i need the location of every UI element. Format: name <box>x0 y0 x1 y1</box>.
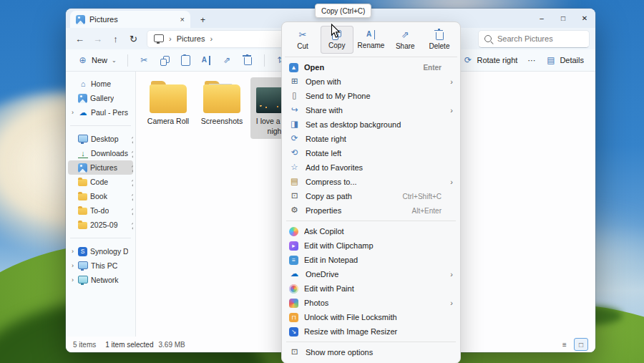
new-tab-button[interactable]: + <box>200 16 205 24</box>
properties-icon: ⚙ <box>289 205 300 216</box>
context-menu-item[interactable]: ▸ Edit with Clipchamp › <box>285 238 457 253</box>
context-menu-item[interactable]: ↘ Resize with Image Resizer › <box>285 324 457 339</box>
quick-action[interactable]: ⇗ Share <box>389 26 421 54</box>
sidebar-item[interactable]: › Code <box>68 175 133 189</box>
thumbnail-view-button[interactable]: □ <box>574 338 588 351</box>
context-menu-item[interactable]: ▯ Send to My Phone › <box>285 89 457 103</box>
menu-item-label: Rotate left <box>306 149 436 158</box>
sidebar-item[interactable]: › ↓ Downloads <box>68 146 133 160</box>
items-count: 5 items <box>73 341 96 349</box>
menu-item-label: Rotate right <box>306 135 436 143</box>
synology-drive-icon: S <box>78 247 87 256</box>
context-menu-item[interactable]: ☁ OneDrive › <box>285 267 457 281</box>
sidebar-item[interactable]: › Desktop <box>68 132 133 146</box>
menu-item-shortcut: Alt+Enter <box>412 207 441 215</box>
share-icon: ⇗ <box>401 29 409 40</box>
quick-actions-row: ✂ Cut Copy Rename ⇗ Share <box>285 25 457 57</box>
chevron-expand-icon[interactable]: › <box>70 276 75 284</box>
chevron-down-icon: ⌄ <box>112 57 117 64</box>
copy-button[interactable] <box>155 52 175 69</box>
window-controls: – □ ✕ <box>531 9 595 27</box>
share-button[interactable]: ⇗ <box>218 52 237 69</box>
quick-action-label: Cut <box>297 42 308 50</box>
context-menu-item[interactable]: ⟳ Rotate right › <box>285 132 457 146</box>
sidebar-item[interactable]: › ☁ Paul - Personal <box>68 105 133 120</box>
sidebar-item[interactable]: › Pictures <box>68 160 133 175</box>
close-button[interactable]: ✕ <box>574 9 595 27</box>
breadcrumb-pictures[interactable]: Pictures <box>177 34 205 43</box>
context-menu-item[interactable]: ⚙ Properties Alt+Enter › <box>285 203 457 218</box>
context-menu-item[interactable]: Edit with Paint › <box>285 281 457 296</box>
context-menu-items: ▲ Open Enter › ⊞ Open with › ▯ Send to M… <box>285 59 457 359</box>
sidebar-item[interactable]: › This PC <box>68 258 133 273</box>
paste-button[interactable] <box>176 52 195 69</box>
rotate-right-label: Rotate right <box>477 56 518 64</box>
sidebar-item[interactable]: › ⌂ Home <box>68 77 133 91</box>
cut-button[interactable]: ✂ <box>135 52 154 69</box>
sidebar-item-label: Gallery <box>90 94 114 102</box>
maximize-button[interactable]: □ <box>552 9 574 27</box>
rotate-right-button[interactable]: ⟳ Rotate right <box>459 52 522 69</box>
sidebar-item[interactable]: › S Synology Drive - th <box>68 244 133 258</box>
sidebar-item-label: Paul - Personal <box>91 108 128 117</box>
refresh-button[interactable]: ↻ <box>125 31 142 47</box>
folder-icon <box>78 179 87 186</box>
context-menu-item[interactable]: ↪ Share with › <box>285 103 457 117</box>
sidebar-item[interactable]: › Gallery <box>68 91 133 105</box>
sidebar-item-label: Desktop <box>91 135 119 143</box>
chevron-expand-icon[interactable]: › <box>70 262 75 269</box>
context-menu-item[interactable]: Photos › <box>285 296 457 310</box>
folder-preview-sheet <box>208 84 233 100</box>
sidebar: › ⌂ Home › Gallery › ☁ <box>66 72 136 337</box>
quick-action[interactable]: ✂ Cut <box>286 26 319 54</box>
sidebar-item[interactable]: › Network <box>68 273 133 287</box>
context-menu-item[interactable]: ▲ Open Enter › <box>285 60 457 74</box>
search-input[interactable] <box>496 34 583 44</box>
context-menu-item[interactable]: ◨ Set as desktop background › <box>285 117 457 132</box>
view-toggles: ≡ □ <box>559 338 588 351</box>
tab-close-icon[interactable]: × <box>180 15 185 24</box>
chevron-right-icon[interactable]: › <box>210 34 213 43</box>
menu-item-label: Share with <box>306 106 436 115</box>
context-menu-item[interactable]: ⊡ Show more options › <box>285 345 457 359</box>
file-tile[interactable]: Camera Roll <box>143 77 193 130</box>
context-menu-item[interactable]: ⊓ Unlock with File Locksmith › <box>285 310 457 324</box>
up-button[interactable]: ↑ <box>107 31 124 47</box>
context-menu-item[interactable]: ⊞ Open with › <box>285 74 457 89</box>
sidebar-item[interactable]: › Book <box>68 189 133 203</box>
chevron-expand-icon[interactable]: › <box>70 109 75 116</box>
forward-button[interactable]: → <box>89 31 106 47</box>
file-tile[interactable]: Screenshots <box>197 77 247 130</box>
context-menu-item[interactable]: Ask Copilot › <box>285 224 457 238</box>
copilot-icon <box>289 227 298 236</box>
file-locksmith-icon: ⊓ <box>289 313 298 322</box>
context-menu-item[interactable]: ≡ Edit in Notepad › <box>285 253 457 267</box>
rename-button[interactable] <box>197 52 216 69</box>
open-icon: ▲ <box>289 63 298 72</box>
paste-icon <box>181 55 190 66</box>
menu-item-label: Open <box>304 63 417 72</box>
list-view-button[interactable]: ≡ <box>559 339 570 349</box>
quick-action[interactable]: Delete <box>423 26 456 54</box>
context-menu-item[interactable]: ⊡ Copy as path Ctrl+Shift+C › <box>285 189 457 203</box>
sidebar-item[interactable]: › 2025-09 <box>68 218 133 232</box>
details-button[interactable]: ▤ Details <box>541 52 588 69</box>
new-label: New <box>92 56 107 64</box>
chevron-expand-icon[interactable]: › <box>70 248 75 255</box>
context-menu-item[interactable]: ▤ Compress to... › <box>285 175 457 189</box>
search-icon <box>484 35 492 42</box>
plus-circle-icon: ⊕ <box>77 56 88 64</box>
context-menu-item[interactable]: ⟲ Rotate left › <box>285 146 457 160</box>
new-button[interactable]: ⊕ New ⌄ <box>73 52 121 69</box>
back-button[interactable]: ← <box>72 31 88 47</box>
tab-pictures[interactable]: Pictures × <box>70 11 190 28</box>
sidebar-item[interactable]: › To-do <box>68 203 133 218</box>
context-menu-item[interactable]: ☆ Add to Favorites › <box>285 160 457 175</box>
delete-button[interactable] <box>238 52 258 69</box>
minimize-button[interactable]: – <box>531 9 552 27</box>
favorites-star-icon: ☆ <box>289 163 300 173</box>
sidebar-item-label: 2025-09 <box>90 221 118 229</box>
see-more-button[interactable]: ⋯ <box>523 52 540 69</box>
search-box[interactable] <box>478 30 590 48</box>
quick-action[interactable]: Rename <box>355 26 388 54</box>
